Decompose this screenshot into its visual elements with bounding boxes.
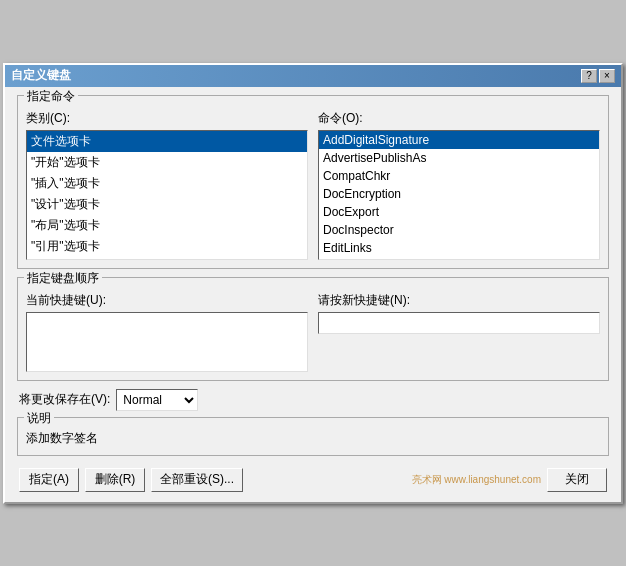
save-row: 将更改保存在(V): Normal (17, 389, 609, 411)
list-item[interactable]: "邮件"选项卡 (27, 257, 307, 260)
title-bar-buttons: ? × (581, 69, 615, 83)
list-item[interactable]: "设计"选项卡 (27, 194, 307, 215)
description-title: 说明 (24, 410, 54, 427)
footer-right: 亮术网 www.liangshunet.com 关闭 (412, 468, 608, 492)
customize-keyboard-dialog: 自定义键盘 ? × 指定命令 类别(C): 文件选项卡 "开始"选项卡 "插入"… (3, 63, 623, 504)
new-shortcut-input[interactable] (318, 312, 600, 334)
list-item[interactable]: CompatChkr (319, 167, 599, 185)
command-label: 命令(O): (318, 110, 600, 127)
help-button[interactable]: ? (581, 69, 597, 83)
save-label: 将更改保存在(V): (19, 391, 110, 408)
list-item[interactable]: AddDigitalSignature (319, 131, 599, 149)
dialog-title: 自定义键盘 (11, 67, 71, 84)
keyboard-sequence-section: 指定键盘顺序 当前快捷键(U): 请按新快捷键(N): (17, 277, 609, 381)
description-section: 说明 添加数字签名 (17, 417, 609, 456)
current-shortcut-col: 当前快捷键(U): (26, 292, 308, 372)
category-label: 类别(C): (26, 110, 308, 127)
list-item[interactable]: FaxService (319, 257, 599, 260)
command-column: 命令(O): AddDigitalSignature AdvertisePubl… (318, 110, 600, 260)
assign-button[interactable]: 指定(A) (19, 468, 79, 492)
description-text: 添加数字签名 (26, 430, 600, 447)
list-item[interactable]: "布局"选项卡 (27, 215, 307, 236)
new-shortcut-col: 请按新快捷键(N): (318, 292, 600, 372)
reset-all-button[interactable]: 全部重设(S)... (151, 468, 243, 492)
list-item[interactable]: "引用"选项卡 (27, 236, 307, 257)
keyboard-sequence-title: 指定键盘顺序 (24, 270, 102, 287)
close-title-button[interactable]: × (599, 69, 615, 83)
new-shortcut-label: 请按新快捷键(N): (318, 292, 600, 309)
shortcut-row: 当前快捷键(U): 请按新快捷键(N): (26, 292, 600, 372)
close-button[interactable]: 关闭 (547, 468, 607, 492)
list-item[interactable]: EditLinks (319, 239, 599, 257)
list-item[interactable]: AdvertisePublishAs (319, 149, 599, 167)
list-item[interactable]: DocExport (319, 203, 599, 221)
save-dropdown-wrap[interactable]: Normal (116, 389, 198, 411)
watermark: 亮术网 www.liangshunet.com (412, 473, 542, 487)
save-dropdown[interactable]: Normal (117, 390, 197, 410)
current-shortcut-label: 当前快捷键(U): (26, 292, 308, 309)
list-item[interactable]: DocInspector (319, 221, 599, 239)
command-columns: 类别(C): 文件选项卡 "开始"选项卡 "插入"选项卡 "设计"选项卡 "布局… (26, 110, 600, 260)
dialog-body: 指定命令 类别(C): 文件选项卡 "开始"选项卡 "插入"选项卡 "设计"选项… (5, 87, 621, 502)
title-bar: 自定义键盘 ? × (5, 65, 621, 87)
delete-button[interactable]: 删除(R) (85, 468, 145, 492)
footer: 指定(A) 删除(R) 全部重设(S)... 亮术网 www.liangshun… (17, 464, 609, 492)
category-listbox[interactable]: 文件选项卡 "开始"选项卡 "插入"选项卡 "设计"选项卡 "布局"选项卡 "引… (26, 130, 308, 260)
footer-left-buttons: 指定(A) 删除(R) 全部重设(S)... (19, 468, 243, 492)
specify-command-title: 指定命令 (24, 88, 78, 105)
list-item[interactable]: "插入"选项卡 (27, 173, 307, 194)
command-listbox[interactable]: AddDigitalSignature AdvertisePublishAs C… (318, 130, 600, 260)
list-item[interactable]: 文件选项卡 (27, 131, 307, 152)
category-column: 类别(C): 文件选项卡 "开始"选项卡 "插入"选项卡 "设计"选项卡 "布局… (26, 110, 308, 260)
list-item[interactable]: "开始"选项卡 (27, 152, 307, 173)
current-shortcut-list[interactable] (26, 312, 308, 372)
list-item[interactable]: DocEncryption (319, 185, 599, 203)
specify-command-section: 指定命令 类别(C): 文件选项卡 "开始"选项卡 "插入"选项卡 "设计"选项… (17, 95, 609, 269)
